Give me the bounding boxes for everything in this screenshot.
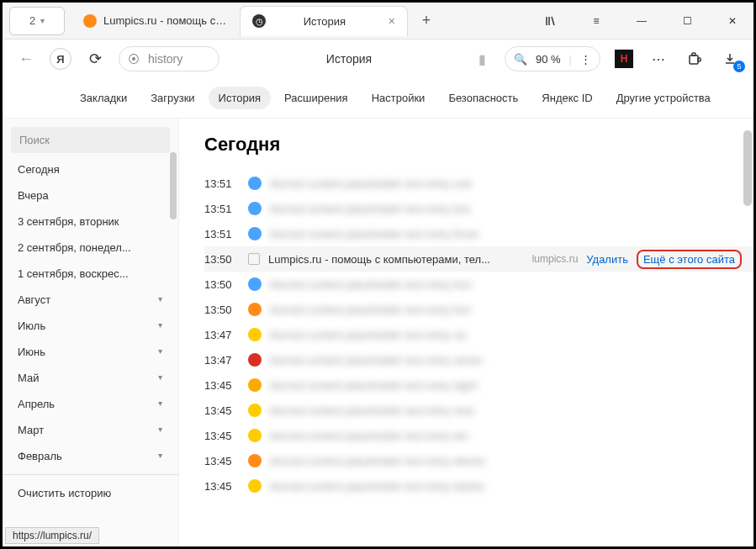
row-time: 13:51 xyxy=(204,228,240,240)
row-time: 13:47 xyxy=(204,329,240,341)
row-title: blurred content placeholder text entry f… xyxy=(270,304,742,316)
overflow-menu-icon[interactable]: ⋯ xyxy=(648,47,671,71)
row-title: blurred content placeholder text entry t… xyxy=(270,430,742,442)
history-row[interactable]: 13:50Lumpics.ru - помощь с компьютерами,… xyxy=(204,246,753,272)
history-row[interactable]: 13:45blurred content placeholder text en… xyxy=(204,423,753,448)
close-window-icon[interactable]: ✕ xyxy=(718,8,747,34)
page-title-bar: История xyxy=(231,52,467,66)
chevron-right-icon: ▸ xyxy=(156,324,166,328)
downloads-button[interactable]: 5 xyxy=(718,47,742,71)
bookmark-icon[interactable]: ▮ xyxy=(478,51,486,67)
reload-button[interactable]: ⟳ xyxy=(83,47,107,71)
chevron-down-icon: ▾ xyxy=(40,16,45,25)
history-icon: ◷ xyxy=(252,14,266,28)
sidebar-item[interactable]: Сегодня xyxy=(3,156,178,182)
tab-count: 2 xyxy=(29,14,35,27)
favicon xyxy=(248,404,262,417)
history-row[interactable]: 13:45blurred content placeholder text en… xyxy=(204,372,753,398)
nav-tab-яндекс id[interactable]: Яндекс ID xyxy=(531,87,602,109)
history-row[interactable]: 13:47blurred content placeholder text en… xyxy=(204,347,753,372)
tab-group-button[interactable]: 2 ▾ xyxy=(9,7,65,35)
section-heading: Сегодня xyxy=(204,134,753,156)
sidebar-item[interactable]: Июнь▸ xyxy=(3,339,178,365)
nav-tab-история[interactable]: История xyxy=(209,87,271,109)
library-icon[interactable] xyxy=(537,8,565,34)
zoom-value: 90 % xyxy=(536,53,561,66)
nav-tab-безопасность[interactable]: Безопасность xyxy=(438,87,528,109)
svg-rect-1 xyxy=(692,53,695,55)
row-time: 13:51 xyxy=(204,203,240,215)
row-title: blurred content placeholder text entry o… xyxy=(270,177,742,190)
history-row[interactable]: 13:51blurred content placeholder text en… xyxy=(204,171,753,196)
more-icon[interactable]: ⋮ xyxy=(580,53,591,66)
nav-tab-загрузки[interactable]: Загрузки xyxy=(140,87,204,109)
history-main: Сегодня 13:51blurred content placeholder… xyxy=(179,119,753,546)
chevron-right-icon: ▸ xyxy=(156,350,166,354)
nav-tab-закладки[interactable]: Закладки xyxy=(70,87,137,109)
date-list: СегодняВчера3 сентября, вторник2 сентябр… xyxy=(3,156,178,546)
delete-link[interactable]: Удалить xyxy=(586,253,628,266)
row-time: 13:45 xyxy=(204,404,240,417)
tab-inactive[interactable]: Lumpics.ru - помощь с ком xyxy=(71,6,240,36)
zoom-control[interactable]: 🔍 90 % | ⋮ xyxy=(505,46,600,71)
favicon xyxy=(248,227,262,240)
row-time: 13:47 xyxy=(204,354,240,367)
sidebar-item[interactable]: 1 сентября, воскрес... xyxy=(3,261,178,287)
back-button[interactable]: ← xyxy=(14,47,38,71)
row-title: blurred content placeholder text entry s… xyxy=(270,354,742,367)
toolbar: ← Я ⟳ ⦿ history История ▮ 🔍 90 % | ⋮ H ⋯… xyxy=(3,40,753,78)
history-row[interactable]: 13:45blurred content placeholder text en… xyxy=(204,398,753,423)
sidebar-item[interactable]: Вчера xyxy=(3,182,178,209)
extension-icon[interactable]: H xyxy=(612,47,636,71)
yandex-logo-icon[interactable]: Я xyxy=(50,48,71,70)
svg-rect-0 xyxy=(690,55,698,64)
checkbox[interactable] xyxy=(248,253,260,265)
extensions-icon[interactable] xyxy=(683,47,706,71)
status-bar: https://lumpics.ru/ xyxy=(5,527,99,544)
sidebar-item[interactable]: Июль▸ xyxy=(3,313,178,339)
sidebar-item[interactable]: Апрель▸ xyxy=(3,391,178,417)
favicon xyxy=(248,303,262,316)
tab-title: Lumpics.ru - помощь с ком xyxy=(103,14,228,27)
chevron-right-icon: ▸ xyxy=(156,298,166,302)
history-row[interactable]: 13:50blurred content placeholder text en… xyxy=(204,297,753,322)
clear-history-button[interactable]: Очистить историю xyxy=(3,480,178,506)
nav-tab-другие устройства[interactable]: Другие устройства xyxy=(606,87,721,109)
settings-nav: ЗакладкиЗагрузкиИсторияРасширенияНастрой… xyxy=(3,78,753,119)
new-tab-button[interactable]: + xyxy=(415,9,438,33)
sidebar-item[interactable]: Май▸ xyxy=(3,365,178,391)
nav-tab-расширения[interactable]: Расширения xyxy=(274,87,358,109)
tab-title: История xyxy=(272,15,377,28)
favicon xyxy=(248,429,262,442)
search-input[interactable]: Поиск xyxy=(11,127,170,153)
close-icon[interactable]: × xyxy=(389,14,395,28)
row-title: Lumpics.ru - помощь с компьютерами, тел.… xyxy=(268,253,524,266)
sidebar-item[interactable]: 3 сентября, вторник xyxy=(3,209,178,235)
row-domain: lumpics.ru xyxy=(532,253,579,265)
tab-active[interactable]: ◷ История × xyxy=(240,6,408,36)
more-from-site-link[interactable]: Ещё с этого сайта xyxy=(637,250,742,269)
maximize-icon[interactable]: ☐ xyxy=(673,8,701,34)
history-row[interactable]: 13:51blurred content placeholder text en… xyxy=(204,221,753,246)
svg-rect-2 xyxy=(698,58,700,61)
favicon xyxy=(248,378,262,392)
row-title: blurred content placeholder text entry e… xyxy=(270,455,742,467)
nav-tab-настройки[interactable]: Настройки xyxy=(362,87,436,109)
chevron-right-icon: ▸ xyxy=(156,402,166,406)
history-row[interactable]: 13:50blurred content placeholder text en… xyxy=(204,272,753,297)
row-title: blurred content placeholder text entry s… xyxy=(270,329,742,341)
minimize-icon[interactable]: — xyxy=(627,8,656,34)
favicon xyxy=(248,353,262,367)
sidebar-item[interactable]: Март▸ xyxy=(3,417,178,443)
history-row[interactable]: 13:45blurred content placeholder text en… xyxy=(204,473,753,499)
history-row[interactable]: 13:47blurred content placeholder text en… xyxy=(204,322,753,347)
sidebar-item[interactable]: Февраль▸ xyxy=(3,443,178,469)
sidebar-item[interactable]: 2 сентября, понедел... xyxy=(3,235,178,261)
scrollbar[interactable] xyxy=(743,130,752,206)
menu-icon[interactable]: ≡ xyxy=(582,8,611,34)
history-row[interactable]: 13:51blurred content placeholder text en… xyxy=(204,196,753,221)
address-bar[interactable]: ⦿ history xyxy=(119,46,219,71)
history-row[interactable]: 13:45blurred content placeholder text en… xyxy=(204,448,753,473)
sidebar-item[interactable]: Август▸ xyxy=(3,287,178,313)
scrollbar[interactable] xyxy=(170,152,177,219)
